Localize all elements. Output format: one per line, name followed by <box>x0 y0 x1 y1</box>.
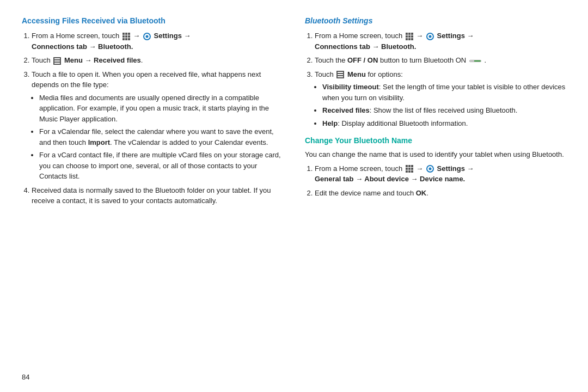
left-column: Accessing Files Received via Bluetooth F… <box>22 16 283 367</box>
change-bluetooth-title: Change Your Bluetooth Name <box>305 136 566 145</box>
rsettings-label-1: Settings → <box>437 32 474 40</box>
left-section-title: Accessing Files Received via Bluetooth <box>22 16 283 25</box>
change-bluetooth-intro: You can change the name that is used to … <box>305 149 566 160</box>
rstep3-bullets: Visibility timeout: Set the length of ti… <box>315 82 566 128</box>
arrow1: → <box>133 32 142 40</box>
rbullet-2: Received files: Show the list of files r… <box>322 105 566 116</box>
step1-bold: Connections tab → Bluetooth. <box>32 42 133 51</box>
rstep3-text-after: Menu for options: <box>347 70 403 78</box>
left-step-2: Touch Menu → Received files. <box>32 55 283 66</box>
rstep3-text-before: Touch <box>315 70 335 78</box>
cstep-1: From a Home screen, touch → Settings → G… <box>315 163 566 185</box>
bullet-2: For a vCalendar file, select the calenda… <box>39 126 283 148</box>
rbullet-1: Visibility timeout: Set the length of ti… <box>322 82 566 103</box>
cstep1-text-before: From a Home screen, touch <box>315 164 405 173</box>
page-number: 84 <box>22 373 566 381</box>
bullet-3: For a vCard contact file, if there are m… <box>39 150 283 182</box>
csettings-label-1: Settings → <box>437 164 474 173</box>
rstep2-period: . <box>484 56 486 64</box>
grid-icon-1 <box>122 33 130 40</box>
toggle-off-label <box>470 60 474 62</box>
right-step-3: Touch Menu for options: Visibility timeo… <box>315 69 566 129</box>
rstep1-text-before: From a Home screen, touch <box>315 32 405 40</box>
step3-bullets: Media files and documents are usually op… <box>32 93 283 182</box>
right-section-title: Bluetooth Settings <box>305 16 566 25</box>
columns: Accessing Files Received via Bluetooth F… <box>22 16 566 367</box>
menu-icon-r1 <box>336 71 344 78</box>
left-step-4: Received data is normally saved to the B… <box>32 185 283 206</box>
right-steps: From a Home screen, touch → Settings → C… <box>305 30 566 128</box>
right-step-2: Touch the OFF / ON button to turn Blueto… <box>315 55 566 66</box>
left-step-3: Touch a file to open it. When you open a… <box>32 69 283 182</box>
cstep1-bold: General tab → About device → Device name… <box>315 175 465 183</box>
right-step-1: From a Home screen, touch → Settings → C… <box>315 30 566 52</box>
grid-icon-r1 <box>406 33 413 40</box>
settings-icon-r1 <box>426 33 434 40</box>
step2-text-before: Touch <box>32 56 52 64</box>
bullet-1: Media files and documents are usually op… <box>39 93 283 125</box>
step1-text-before: From a Home screen, touch <box>32 32 121 40</box>
change-bluetooth-steps: From a Home screen, touch → Settings → G… <box>305 163 566 199</box>
rbullet-3: Help: Display additional Bluetooth infor… <box>322 118 566 129</box>
change-bluetooth-section: Change Your Bluetooth Name You can chang… <box>305 136 566 198</box>
rstep1-bold: Connections tab → Bluetooth. <box>315 42 416 51</box>
menu-icon-1 <box>53 57 61 65</box>
carrow1: → <box>416 164 425 173</box>
settings-label-1: Settings → <box>154 32 191 40</box>
toggle-switch <box>469 60 481 62</box>
rarrow1: → <box>416 32 425 40</box>
settings-icon-1 <box>143 33 151 40</box>
cstep-2: Edit the device name and touch OK. <box>315 188 566 199</box>
grid-icon-c1 <box>406 165 413 173</box>
page: Accessing Files Received via Bluetooth F… <box>0 0 588 392</box>
step3-main: Touch a file to open it. When you open a… <box>32 70 261 89</box>
right-column: Bluetooth Settings From a Home screen, t… <box>305 16 566 367</box>
cstep2-text: Edit the device name and touch OK. <box>315 189 428 197</box>
settings-icon-c1 <box>426 165 434 173</box>
rstep2-text: Touch the OFF / ON button to turn Blueto… <box>315 56 468 64</box>
toggle-on-label <box>474 60 481 62</box>
step2-bold: Menu → Received files. <box>64 56 143 64</box>
step4-text: Received data is normally saved to the B… <box>32 186 271 205</box>
left-steps: From a Home screen, touch → Settings → C… <box>22 30 283 206</box>
left-step-1: From a Home screen, touch → Settings → C… <box>32 30 283 52</box>
